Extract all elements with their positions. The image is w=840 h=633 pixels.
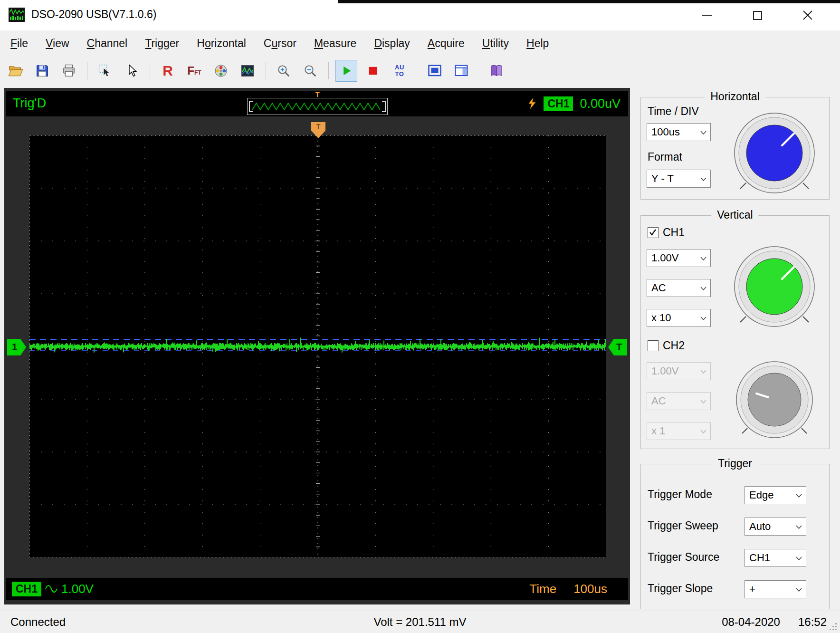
dso-app-window: DSO-2090 USB(V7.1.0.6) FileViewChannelTr… (0, 0, 840, 633)
ch1-level-marker[interactable]: 1 (7, 339, 26, 355)
scope-bottom-bar: CH1 1.00V Time 100us (6, 578, 628, 600)
fft-icon: FFT (187, 64, 201, 77)
vertical-panel-title: Vertical (711, 209, 758, 221)
ch2-coupling-select[interactable]: AC (647, 392, 711, 410)
zoom-in-button[interactable] (273, 60, 295, 82)
refresh-button[interactable]: R (157, 60, 179, 82)
zoom-in-icon (277, 64, 291, 78)
trigger-sweep-select[interactable]: Auto (745, 518, 806, 536)
horizontal-position-indicator[interactable]: T (247, 98, 388, 115)
status-date: 08-04-2020 (722, 615, 780, 629)
menu-item-channel[interactable]: Channel (80, 34, 134, 53)
ch1-probe-select[interactable]: x 10 (647, 309, 711, 327)
maximize-icon (753, 11, 762, 20)
fullscreen-button[interactable] (424, 60, 446, 82)
time-base-value: 100us (573, 582, 607, 596)
trigger-panel: Trigger Trigger Mode Edge Trigger Sweep … (640, 464, 830, 609)
menu-item-horizontal[interactable]: Horizontal (190, 34, 253, 53)
ch2-volts-select[interactable]: 1.00V (647, 362, 711, 380)
chevron-down-icon (700, 257, 706, 260)
ch2-volts-knob[interactable] (732, 357, 817, 442)
bracket-mark (249, 101, 253, 112)
trigger-slope-select[interactable]: + (745, 580, 806, 598)
trigger-readout: CH1 0.00uV (527, 95, 620, 112)
waveform-trace (29, 135, 606, 557)
status-bar: Connected Volt = 201.511 mV 08-04-2020 1… (0, 611, 840, 633)
menu-item-cursor[interactable]: Cursor (257, 34, 303, 53)
start-button[interactable] (335, 60, 357, 82)
chevron-down-icon (796, 588, 802, 592)
trigger-panel-title: Trigger (712, 457, 758, 470)
maximize-button[interactable] (744, 4, 771, 27)
menu-item-file[interactable]: File (4, 34, 35, 53)
time-div-select[interactable]: 100us (647, 123, 711, 141)
menu-item-display[interactable]: Display (367, 34, 416, 53)
menu-item-acquire[interactable]: Acquire (421, 34, 471, 53)
ch1-volts-knob[interactable] (729, 241, 820, 332)
trigger-mode-select[interactable]: Edge (745, 486, 806, 504)
ch2-checkbox-label: CH2 (663, 339, 685, 352)
format-label: Format (648, 151, 682, 163)
stop-button[interactable] (362, 60, 384, 82)
help-button[interactable] (486, 60, 507, 82)
ch1-volts-readout: 1.00V (61, 582, 94, 596)
open-button[interactable] (5, 60, 27, 82)
toolbar-separator (150, 62, 150, 79)
auto-setup-button[interactable]: AUTO (389, 60, 410, 82)
cursor-tool-button[interactable] (121, 60, 143, 82)
trigger-level-marker[interactable]: T (608, 339, 627, 355)
zoom-out-button[interactable] (299, 60, 321, 82)
ch1-coupling-select[interactable]: AC (647, 279, 711, 297)
chevron-down-icon (700, 316, 706, 320)
trigger-source-label: Trigger Source (648, 551, 719, 564)
help-book-icon (489, 64, 504, 78)
chevron-down-icon (796, 556, 802, 560)
waveform-icon (240, 64, 255, 78)
trigger-slope-icon (527, 96, 537, 111)
save-icon (35, 64, 49, 78)
fullscreen-icon (428, 64, 442, 78)
format-select[interactable]: Y - T (647, 170, 711, 188)
menu-item-view[interactable]: View (39, 34, 76, 53)
time-div-knob[interactable] (729, 108, 820, 198)
ch2-probe-select[interactable]: x 1 (647, 422, 711, 440)
trigger-source-select[interactable]: CH1 (745, 549, 806, 567)
ch1-volts-select[interactable]: 1.00V (647, 249, 711, 267)
print-icon (62, 64, 76, 78)
menu-item-help[interactable]: Help (520, 34, 555, 53)
trigger-sweep-label: Trigger Sweep (648, 519, 718, 532)
select-tool-button[interactable] (94, 60, 116, 82)
auto-setup-icon: AUTO (395, 64, 404, 77)
toolbar-separator (266, 62, 266, 79)
save-button[interactable] (31, 60, 53, 82)
scope-screen (29, 135, 606, 557)
fft-button[interactable]: FFT (183, 60, 205, 82)
menu-item-utility[interactable]: Utility (476, 34, 515, 53)
panel-layout-button[interactable] (450, 60, 472, 82)
ch1-checkbox[interactable] (648, 227, 659, 238)
trigger-source-badge: CH1 (544, 96, 573, 111)
toolbar: R FFT AUTO (0, 56, 840, 85)
ch2-checkbox[interactable] (648, 340, 659, 351)
calibration-button[interactable] (210, 60, 232, 82)
zoom-out-icon (303, 64, 317, 78)
window-title: DSO-2090 USB(V7.1.0.6) (31, 8, 156, 21)
toolbar-separator (87, 62, 87, 79)
print-button[interactable] (58, 60, 80, 82)
app-icon (9, 8, 25, 22)
menu-item-measure[interactable]: Measure (307, 34, 363, 53)
waveform-display-button[interactable] (237, 60, 258, 82)
open-icon (8, 63, 23, 78)
time-div-label: Time / DIV (648, 105, 699, 118)
ac-coupling-icon (45, 585, 57, 593)
title-bar: DSO-2090 USB(V7.1.0.6) (0, 0, 840, 30)
measurement-readout: Volt = 201.511 mV (0, 615, 840, 629)
menu-item-trigger[interactable]: Trigger (138, 34, 186, 53)
ch1-readout: CH1 1.00V (12, 582, 94, 596)
close-button[interactable] (794, 4, 821, 27)
minimize-button[interactable] (694, 4, 720, 27)
chevron-down-icon (700, 177, 706, 181)
close-icon (802, 10, 813, 20)
background-artifact (338, 0, 840, 3)
resize-grip[interactable] (829, 623, 838, 631)
